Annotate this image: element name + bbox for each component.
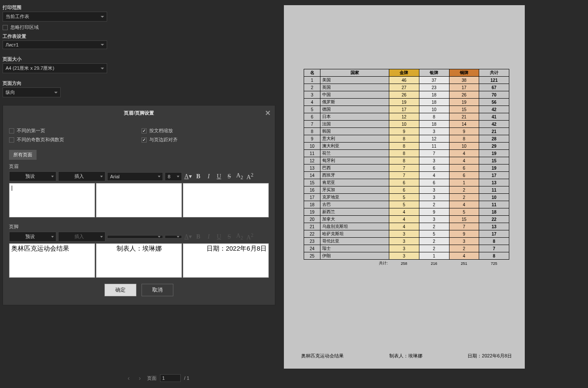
table-row: 4俄罗斯19181956 [304, 99, 509, 106]
footer-toolbar: 预设 插入 A▾ B I U S A2 A2 [9, 232, 269, 242]
sheet-select[interactable]: Лист1 [3, 40, 107, 49]
table-row: 25伊朗3148 [304, 252, 509, 260]
footer-left-input[interactable]: 奥林匹克运动会结果 [9, 243, 95, 278]
header-preset-select[interactable]: 预设 [9, 171, 56, 181]
all-pages-tab[interactable]: 所有页面 [9, 150, 37, 160]
table-row: 13巴西76619 [304, 165, 509, 172]
footer-section-label: 页脚 [9, 223, 269, 230]
cancel-button[interactable]: 取消 [142, 284, 173, 296]
italic-button[interactable]: I [204, 173, 213, 180]
orientation-select[interactable]: 纵向 [3, 87, 61, 97]
table-row: 10澳大利亚8111029 [304, 143, 509, 150]
footer-insert-select[interactable]: 插入 [58, 232, 105, 242]
page-input[interactable] [160, 374, 181, 382]
font-color-button[interactable]: A▾ [184, 173, 192, 180]
prev-page-icon[interactable]: ‹ [125, 374, 132, 382]
table-row: 9意大利812828 [304, 135, 509, 143]
strikethrough-button[interactable]: S [225, 173, 234, 180]
table-row: 16牙买加63211 [304, 186, 509, 194]
footer-right-input[interactable]: 日期：2022年6月8日 [183, 243, 269, 278]
table-row: 24瑞士3227 [304, 245, 509, 252]
diff-odd-even-checkbox[interactable]: 不同的奇数页和偶数页 [9, 137, 64, 143]
table-row: 3中国26182670 [304, 91, 509, 99]
header-fontsize-select[interactable]: 8 [165, 172, 182, 181]
ignore-print-area-label: 忽略打印区域 [10, 24, 39, 31]
table-row: 5德国17101542 [304, 106, 509, 113]
print-range-label: 打印范围 [3, 4, 107, 11]
header-font-select[interactable]: Arial [107, 172, 163, 181]
underline-button[interactable]: U [215, 173, 223, 180]
table-row: 7法国10181442 [304, 121, 509, 128]
print-range-select[interactable]: 当前工作表 [3, 12, 107, 22]
table-row: 19新西兰49518 [304, 208, 509, 216]
diff-first-page-checkbox[interactable]: 不同的第一页 [9, 127, 64, 134]
sheet-settings-label: 工作表设置 [3, 33, 107, 40]
header-footer-dialog: 页眉/页脚设置 ✕ 不同的第一页 不同的奇数页和偶数页 按文档缩放 [3, 105, 275, 305]
strikethrough-button: S [225, 233, 234, 240]
orientation-label: 页面方向 [3, 80, 107, 87]
table-row: 6日本1282141 [304, 113, 509, 121]
ok-button[interactable]: 确定 [105, 284, 136, 296]
checkbox-icon [9, 128, 14, 133]
ignore-print-area-checkbox[interactable]: 忽略打印区域 [3, 24, 107, 31]
footer-preset-select[interactable]: 预设 [9, 232, 56, 242]
bold-button[interactable]: B [194, 173, 203, 180]
table-row: 23哥伦比亚3238 [304, 238, 509, 245]
bold-button: B [194, 233, 203, 240]
table-row: 1美国463738121 [304, 77, 509, 84]
page-navigator: ‹ › 页面 / 1 [125, 374, 189, 382]
dialog-title: 页眉/页脚设置 ✕ [3, 106, 275, 121]
font-color-button: A▾ [184, 233, 192, 240]
page-size-select[interactable]: A4 (21厘米 x 29.7厘米) [3, 63, 107, 73]
page-size-label: 页面大小 [3, 56, 107, 62]
table-row: 21乌兹别克斯坦42713 [304, 223, 509, 230]
checkbox-icon [142, 128, 147, 133]
preview-footer-center: 制表人：埃琳娜 [389, 353, 422, 359]
header-insert-select[interactable]: 插入 [58, 171, 105, 181]
footer-fontsize-select[interactable] [165, 235, 182, 239]
page-label: 页面 [147, 375, 157, 382]
table-row: 11荷兰87419 [304, 150, 509, 157]
table-row: 12匈牙利83415 [304, 157, 509, 165]
subscript-button: A2 [235, 233, 244, 241]
table-row: 15肯尼亚66113 [304, 179, 509, 186]
medals-table: 名国家金牌银牌铜牌共计 1美国4637381212英国272317673中国26… [304, 69, 509, 267]
table-row: 18古巴52411 [304, 201, 509, 208]
page-total: / 1 [184, 376, 189, 381]
table-row: 22哈萨克斯坦35917 [304, 230, 509, 238]
checkbox-icon [142, 137, 147, 143]
preview-footer-left: 奥林匹克运动会结果 [301, 353, 344, 359]
table-row: 14西班牙74617 [304, 172, 509, 179]
header-left-input[interactable]: | [9, 183, 95, 217]
checkbox-icon [9, 137, 14, 143]
table-row: 2英国27231767 [304, 84, 509, 91]
table-row: 20加拿大431522 [304, 216, 509, 223]
table-row: 17克罗地亚53210 [304, 194, 509, 201]
align-margins-checkbox[interactable]: 与页边距对齐 [142, 137, 178, 143]
italic-button: I [204, 233, 213, 240]
subscript-button[interactable]: A2 [235, 172, 244, 180]
checkbox-icon [3, 25, 8, 30]
print-preview: 名国家金牌银牌铜牌共计 1美国4637381212英国272317673中国26… [284, 5, 525, 369]
superscript-button: A2 [246, 233, 254, 241]
header-section-label: 页眉 [9, 163, 269, 170]
table-row: 8韩国93921 [304, 128, 509, 135]
underline-button: U [215, 233, 223, 240]
next-page-icon[interactable]: › [136, 374, 144, 382]
footer-center-input[interactable]: 制表人：埃琳娜 [96, 243, 182, 278]
close-icon[interactable]: ✕ [265, 109, 271, 117]
superscript-button[interactable]: A2 [246, 172, 254, 181]
header-center-input[interactable] [96, 183, 182, 217]
footer-font-select[interactable] [107, 235, 163, 239]
print-settings-sidebar: 打印范围 当前工作表 忽略打印区域 工作表设置 Лист1 页面大小 A4 (2… [0, 0, 110, 99]
preview-footer-right: 日期：2022年6月8日 [468, 353, 512, 359]
header-right-input[interactable] [183, 183, 269, 217]
header-toolbar: 预设 插入 Arial 8 A▾ B I U S A2 A2 [9, 171, 269, 181]
preview-footer: 奥林匹克运动会结果 制表人：埃琳娜 日期：2022年6月8日 [301, 353, 512, 359]
scale-with-doc-checkbox[interactable]: 按文档缩放 [142, 127, 178, 134]
